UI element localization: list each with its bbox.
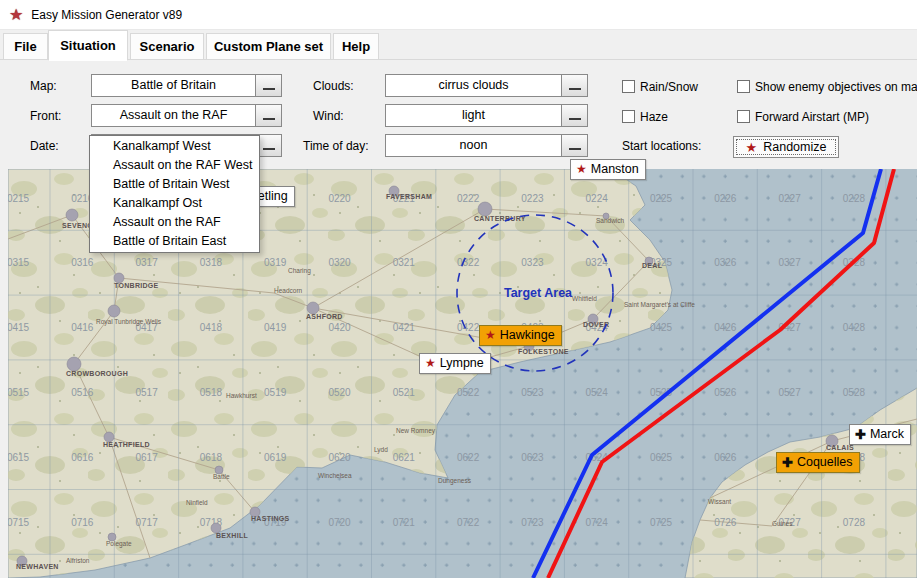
town-area xyxy=(66,209,78,221)
grid-square-number: 0620 xyxy=(328,452,351,463)
target-area-label: Target Area xyxy=(504,286,573,300)
town-label: Ninfield xyxy=(186,499,208,506)
grid-square-number: 0420 xyxy=(328,322,351,333)
rain-snow-checkbox[interactable] xyxy=(622,80,635,93)
grid-square-number: 0721 xyxy=(393,517,416,528)
red-star-icon: ★ xyxy=(425,357,436,369)
tab-situation[interactable]: Situation xyxy=(48,30,128,61)
airfield-label-hawkinge[interactable]: ★Hawkinge xyxy=(479,325,562,346)
dropdown-item-battle-of-britain-east[interactable]: Battle of Britain East xyxy=(90,232,259,251)
airfield-label-marck[interactable]: ✚Marck xyxy=(849,424,911,445)
town-label: CALAIS xyxy=(826,444,854,451)
wind-combobox[interactable]: light xyxy=(385,104,588,127)
grid-square-number: 0224 xyxy=(586,193,609,204)
grid-square-number: 0320 xyxy=(328,257,351,268)
grid-square-number: 0716 xyxy=(71,517,94,528)
grid-square-number: 0319 xyxy=(264,257,287,268)
map-combobox-value[interactable]: Battle of Britain xyxy=(92,75,255,96)
town-area xyxy=(478,202,492,216)
time-of-day-label: Time of day: xyxy=(303,139,369,153)
town-label: Headcorn xyxy=(274,287,303,294)
grid-square-number: 0215 xyxy=(8,193,30,204)
time-of-day-combobox-value[interactable]: noon xyxy=(386,135,561,156)
clouds-combobox[interactable]: cirrus clouds xyxy=(385,74,588,97)
town-label: Battle xyxy=(213,473,230,480)
clouds-combobox-value[interactable]: cirrus clouds xyxy=(386,75,561,96)
grid-square-number: 0626 xyxy=(714,452,737,463)
dropdown-item-kanalkampf-west[interactable]: Kanalkampf West xyxy=(90,137,259,156)
dropdown-bar-icon xyxy=(569,118,581,120)
wind-combobox-value[interactable]: light xyxy=(386,105,561,126)
app-star-icon: ★ xyxy=(9,7,23,23)
town-label: New Romney xyxy=(396,427,436,435)
grid-square-number: 0416 xyxy=(71,322,94,333)
tab-file[interactable]: File xyxy=(3,33,48,60)
grid-square-number: 0722 xyxy=(457,517,480,528)
town-label: DEAL xyxy=(642,262,663,269)
grid-square-number: 0415 xyxy=(8,322,30,333)
clouds-dropdown-button[interactable] xyxy=(561,75,587,96)
grid-square-number: 0426 xyxy=(714,322,737,333)
map-combobox[interactable]: Battle of Britain xyxy=(91,74,282,97)
tab-help[interactable]: Help xyxy=(333,33,379,60)
grid-square-number: 0428 xyxy=(843,322,866,333)
grid-square-number: 0316 xyxy=(71,257,94,268)
front-dropdown-button[interactable] xyxy=(255,105,281,126)
front-dropdown-list[interactable]: Kanalkampf WestAssault on the RAF WestBa… xyxy=(89,135,260,253)
dropdown-bar-icon xyxy=(263,148,275,150)
time-of-day-combobox[interactable]: noon xyxy=(385,134,588,157)
town-label: CROWBOROUGH xyxy=(66,370,128,377)
front-combobox-value[interactable]: Assault on the RAF xyxy=(92,105,255,126)
grid-square-number: 0715 xyxy=(8,517,30,528)
grid-square-number: 0228 xyxy=(843,193,866,204)
airfield-name: Hawkinge xyxy=(500,328,555,342)
town-label: Saint Margaret's at Cliffe xyxy=(624,301,695,309)
town-label: Guines xyxy=(772,520,793,527)
title-bar: ★ Easy Mission Generator v89 xyxy=(0,0,917,30)
grid-square-number: 0619 xyxy=(264,452,287,463)
town-label: NEWHAVEN xyxy=(16,563,59,570)
dropdown-item-battle-of-britain-west[interactable]: Battle of Britain West xyxy=(90,175,259,194)
map-dropdown-button[interactable] xyxy=(255,75,281,96)
grid-square-number: 0616 xyxy=(71,452,94,463)
grid-square-number: 0327 xyxy=(778,257,801,268)
grid-square-number: 0321 xyxy=(393,257,416,268)
airfield-label-manston[interactable]: ★Manston xyxy=(570,159,646,180)
grid-square-number: 0724 xyxy=(586,517,609,528)
town-label: Polegate xyxy=(106,540,132,548)
town-label: Winchelsea xyxy=(318,472,352,479)
tab-custom-plane-set[interactable]: Custom Plane set xyxy=(206,33,331,60)
forward-airstart-checkbox[interactable] xyxy=(737,110,750,123)
airfield-label-lympne[interactable]: ★Lympne xyxy=(419,353,491,374)
front-combobox[interactable]: Assault on the RAF xyxy=(91,104,282,127)
grid-square-number: 0521 xyxy=(393,387,416,398)
dropdown-item-assault-on-the-raf-west[interactable]: Assault on the RAF West xyxy=(90,156,259,175)
time-of-day-dropdown-button[interactable] xyxy=(561,135,587,156)
show-enemy-objectives-checkbox[interactable] xyxy=(737,80,750,93)
grid-square-number: 0326 xyxy=(714,257,737,268)
dropdown-item-kanalkampf-ost[interactable]: Kanalkampf Ost xyxy=(90,194,259,213)
haze-checkbox[interactable] xyxy=(622,110,635,123)
town-label: HEATHFIELD xyxy=(103,441,150,448)
dropdown-item-assault-on-the-raf[interactable]: Assault on the RAF xyxy=(90,213,259,232)
airfield-name: Manston xyxy=(591,162,639,176)
grid-square-number: 0522 xyxy=(457,387,480,398)
grid-square-number: 0516 xyxy=(71,387,94,398)
window-title: Easy Mission Generator v89 xyxy=(31,8,182,22)
town-label: Whitfield xyxy=(572,295,597,302)
airfield-label-coquelles[interactable]: ✚Coquelles xyxy=(776,452,860,473)
grid-square-number: 0717 xyxy=(135,517,158,528)
town-label: Lydd xyxy=(374,446,388,454)
wind-dropdown-button[interactable] xyxy=(561,105,587,126)
town-area xyxy=(108,305,120,317)
tab-scenario[interactable]: Scenario xyxy=(130,33,204,60)
grid-square-number: 0723 xyxy=(521,517,544,528)
town-label: ASHFORD xyxy=(306,313,343,320)
randomize-button[interactable]: ★ Randomize xyxy=(733,136,839,158)
dropdown-bar-icon xyxy=(263,88,275,90)
grid-square-number: 0519 xyxy=(264,387,287,398)
town-label: FAVERSHAM xyxy=(386,193,432,200)
grid-square-number: 0623 xyxy=(521,452,544,463)
dropdown-bar-icon xyxy=(569,148,581,150)
grid-square-number: 0524 xyxy=(586,387,609,398)
